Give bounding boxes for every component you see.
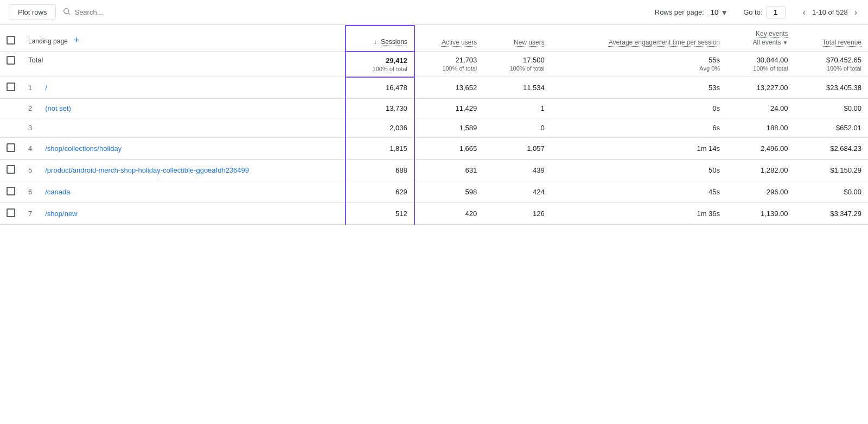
row-rank: 2	[22, 99, 39, 118]
row-checkbox[interactable]	[7, 208, 15, 217]
key-events-dropdown-icon: ▼	[783, 39, 788, 46]
row-checkbox[interactable]	[7, 83, 15, 91]
row-rank: 4	[22, 138, 39, 160]
row-rank: 5	[22, 160, 39, 181]
pagination-text: 1-10 of 528	[812, 8, 848, 16]
row-rank: 1	[22, 77, 39, 99]
table-row: 4 /shop/collections/holiday 1,815 1,665 …	[0, 138, 868, 160]
row-checkbox[interactable]	[7, 143, 15, 152]
totals-checkbox[interactable]	[7, 56, 15, 65]
totals-key-events-value: 30,044.00	[733, 56, 788, 64]
totals-checkbox-cell	[0, 52, 22, 77]
row-total-revenue: $1,150.29	[794, 160, 868, 181]
row-avg-engagement: 6s	[551, 118, 726, 138]
row-landing-page[interactable]: /shop/collections/holiday	[39, 138, 345, 160]
add-column-button[interactable]: +	[74, 35, 80, 46]
totals-label: Total	[28, 56, 43, 64]
select-all-checkbox[interactable]	[7, 36, 15, 45]
row-new-users: 439	[483, 160, 551, 181]
row-new-users: 11,534	[483, 77, 551, 99]
row-total-revenue: $2,684.23	[794, 138, 868, 160]
row-rank: 7	[22, 203, 39, 225]
rows-per-page-select[interactable]: 10 ▼	[711, 8, 728, 17]
row-landing-page[interactable]: /shop/new	[39, 203, 345, 225]
row-avg-engagement: 1m 14s	[551, 138, 726, 160]
row-checkbox-cell	[0, 118, 22, 138]
row-checkbox-cell	[0, 138, 22, 160]
row-checkbox[interactable]	[7, 187, 15, 195]
sort-down-icon: ↓	[374, 38, 377, 47]
row-landing-page[interactable]: /	[39, 77, 345, 99]
row-checkbox-cell	[0, 181, 22, 203]
row-key-events: 2,496.00	[726, 138, 794, 160]
row-landing-page[interactable]: /canada	[39, 181, 345, 203]
row-new-users: 126	[483, 203, 551, 225]
search-input[interactable]	[74, 8, 183, 16]
totals-row: Total 29,412 100% of total 21,703 100% o…	[0, 52, 868, 77]
sessions-label: Sessions	[381, 38, 407, 46]
row-key-events: 1,139.00	[726, 203, 794, 225]
totals-sessions-pct: 100% of total	[353, 66, 407, 72]
key-events-dropdown[interactable]: All events ▼	[753, 39, 788, 47]
landing-page-header: Landing page +	[22, 26, 346, 52]
row-new-users: 424	[483, 181, 551, 203]
next-page-button[interactable]: ›	[852, 7, 859, 18]
key-events-sub-label: All events	[753, 39, 781, 47]
row-active-users: 631	[414, 160, 483, 181]
active-users-header[interactable]: Active users	[414, 26, 483, 52]
avg-engagement-label: Average engagement time per session	[609, 39, 720, 46]
row-landing-page[interactable]	[39, 118, 345, 138]
row-landing-page[interactable]: /product/android-merch-shop-holiday-coll…	[39, 160, 345, 181]
totals-new-users-value: 17,500	[490, 56, 544, 64]
svg-point-0	[64, 9, 69, 14]
totals-sessions-value: 29,412	[353, 56, 407, 65]
totals-key-events: 30,044.00 100% of total	[726, 52, 794, 77]
totals-revenue-pct: 100% of total	[801, 65, 861, 72]
row-checkbox-cell	[0, 77, 22, 99]
row-avg-engagement: 53s	[551, 77, 726, 99]
totals-active-users-pct: 100% of total	[422, 65, 477, 72]
row-rank: 3	[22, 118, 39, 138]
landing-page-label: Landing page	[28, 37, 68, 45]
totals-avg-engagement-sub: Avg 0%	[558, 65, 720, 72]
row-active-users: 598	[414, 181, 483, 203]
key-events-label: Key events	[756, 30, 788, 37]
row-landing-page[interactable]: (not set)	[39, 99, 345, 118]
row-checkbox[interactable]	[7, 165, 15, 174]
row-sessions: 629	[346, 181, 414, 203]
new-users-header[interactable]: New users	[483, 26, 551, 52]
totals-key-events-pct: 100% of total	[733, 65, 788, 72]
row-active-users: 420	[414, 203, 483, 225]
select-all-header	[0, 26, 22, 52]
prev-page-button[interactable]: ‹	[801, 7, 808, 18]
row-checkbox-cell	[0, 203, 22, 225]
row-avg-engagement: 1m 36s	[551, 203, 726, 225]
sessions-header[interactable]: ↓ Sessions	[346, 26, 414, 52]
totals-new-users: 17,500 100% of total	[483, 52, 551, 77]
svg-line-1	[69, 13, 71, 15]
go-to-input[interactable]	[766, 6, 786, 18]
row-avg-engagement: 45s	[551, 181, 726, 203]
row-total-revenue: $652.01	[794, 118, 868, 138]
row-total-revenue: $3,347.29	[794, 203, 868, 225]
table-row: 2 (not set) 13,730 11,429 1 0s 24.00 $0.…	[0, 99, 868, 118]
row-sessions: 688	[346, 160, 414, 181]
row-total-revenue: $23,405.38	[794, 77, 868, 99]
table-row: 5 /product/android-merch-shop-holiday-co…	[0, 160, 868, 181]
avg-engagement-header[interactable]: Average engagement time per session	[551, 26, 726, 52]
row-key-events: 13,227.00	[726, 77, 794, 99]
total-revenue-header[interactable]: Total revenue	[794, 26, 868, 52]
toolbar: Plot rows Rows per page: 10 ▼ Go to: ‹ 1…	[0, 0, 868, 25]
row-sessions: 2,036	[346, 118, 414, 138]
new-users-label: New users	[514, 39, 545, 46]
row-new-users: 0	[483, 118, 551, 138]
totals-avg-engagement-value: 55s	[558, 56, 720, 64]
key-events-header[interactable]: Key events All events ▼	[726, 26, 794, 52]
row-active-users: 11,429	[414, 99, 483, 118]
table-row: 1 / 16,478 13,652 11,534 53s 13,227.00 $…	[0, 77, 868, 99]
totals-new-users-pct: 100% of total	[490, 65, 544, 72]
row-sessions: 512	[346, 203, 414, 225]
search-icon	[62, 7, 71, 17]
plot-rows-button[interactable]: Plot rows	[9, 4, 56, 20]
totals-avg-engagement: 55s Avg 0%	[551, 52, 726, 77]
